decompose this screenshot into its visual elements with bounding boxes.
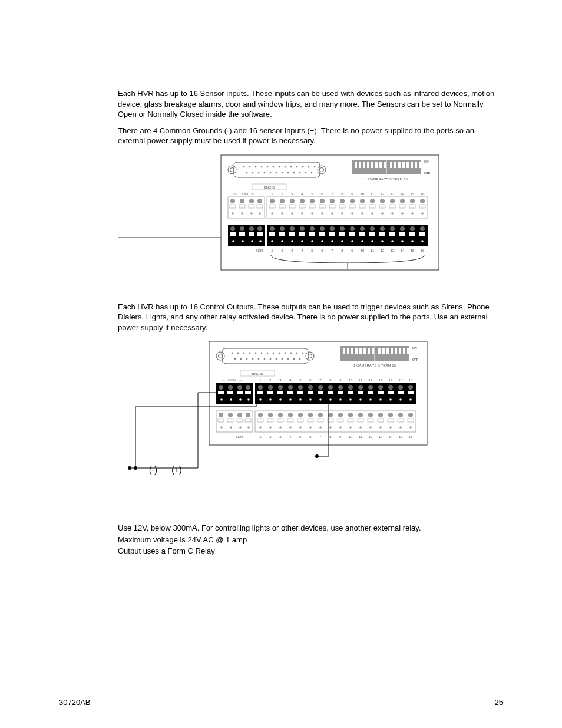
- svg-rect-289: [237, 391, 243, 394]
- svg-point-219: [261, 353, 263, 354]
- svg-point-184: [351, 240, 353, 242]
- svg-point-147: [300, 226, 305, 231]
- svg-point-2: [228, 166, 236, 174]
- svg-point-348: [246, 413, 250, 417]
- svg-rect-167: [339, 232, 345, 236]
- svg-point-403: [399, 427, 402, 429]
- svg-rect-317: [318, 391, 323, 394]
- svg-point-94: [390, 199, 395, 203]
- svg-text:2: 2: [269, 435, 272, 439]
- svg-point-28: [299, 172, 301, 173]
- svg-rect-374: [267, 419, 273, 422]
- svg-point-340: [389, 399, 392, 401]
- svg-point-120: [331, 212, 333, 215]
- svg-point-85: [300, 199, 305, 203]
- db-connector: [228, 162, 326, 177]
- svg-rect-138: [249, 232, 254, 236]
- svg-point-141: [242, 240, 244, 242]
- svg-text:7: 7: [331, 192, 333, 196]
- svg-point-5: [320, 167, 324, 172]
- svg-point-286: [246, 385, 250, 390]
- svg-text:8: 8: [341, 249, 343, 252]
- svg-rect-47: [419, 162, 421, 168]
- svg-rect-109: [379, 205, 385, 208]
- svg-rect-162: [289, 232, 295, 236]
- svg-rect-325: [398, 391, 404, 394]
- svg-rect-165: [319, 232, 325, 236]
- svg-rect-249: [382, 348, 385, 354]
- svg-rect-40: [390, 162, 392, 168]
- svg-rect-252: [395, 348, 397, 354]
- diagram-control-outputs: ON OFF 1 CAMERA 75 Ω TERM 16 BNC B COM 1…: [118, 338, 503, 494]
- svg-point-23: [270, 172, 272, 173]
- svg-rect-38: [379, 162, 382, 168]
- page: Each HVR has up to 16 Sensor inputs. The…: [0, 0, 562, 728]
- paragraph-sensor-inputs: Each HVR has up to 16 Sensor inputs. The…: [118, 88, 503, 120]
- svg-point-155: [380, 226, 385, 231]
- svg-rect-44: [406, 162, 409, 168]
- svg-point-424: [315, 454, 319, 458]
- svg-point-368: [368, 413, 373, 417]
- svg-point-210: [216, 352, 224, 360]
- svg-text:11: 11: [359, 435, 363, 439]
- svg-point-397: [339, 427, 342, 429]
- off-label: OFF: [424, 172, 430, 175]
- svg-text:13: 13: [391, 192, 395, 196]
- svg-point-132: [230, 226, 235, 231]
- svg-point-91: [360, 199, 365, 203]
- svg-point-190: [411, 240, 414, 242]
- svg-rect-373: [257, 419, 263, 422]
- svg-rect-110: [389, 205, 395, 208]
- svg-point-335: [339, 399, 342, 401]
- svg-rect-349: [218, 419, 224, 422]
- svg-text:10: 10: [361, 249, 365, 252]
- svg-point-153: [360, 226, 365, 231]
- terminal-strip-bottom: [228, 225, 428, 246]
- terminal-strip-top: [228, 197, 428, 218]
- svg-rect-160: [269, 232, 275, 236]
- svg-rect-33: [359, 162, 361, 168]
- svg-point-90: [350, 199, 355, 203]
- svg-point-354: [230, 427, 232, 429]
- svg-rect-241: [347, 348, 349, 354]
- svg-text:2: 2: [281, 249, 283, 252]
- paragraph-control-outputs: Each HVR has up to 16 Control Outputs. T…: [118, 302, 503, 333]
- svg-rect-379: [318, 419, 323, 422]
- svg-point-400: [369, 427, 372, 429]
- svg-point-133: [240, 226, 244, 231]
- svg-point-395: [319, 427, 322, 429]
- svg-point-152: [350, 226, 355, 231]
- svg-rect-105: [339, 205, 345, 208]
- svg-point-96: [410, 199, 415, 203]
- svg-point-145: [280, 226, 285, 231]
- svg-point-391: [279, 427, 282, 429]
- svg-point-140: [232, 240, 234, 242]
- svg-rect-113: [419, 205, 425, 208]
- svg-rect-32: [355, 162, 357, 168]
- svg-rect-76: [249, 205, 254, 208]
- svg-point-372: [408, 413, 413, 417]
- svg-rect-175: [419, 232, 425, 236]
- svg-text:15: 15: [399, 378, 403, 382]
- svg-point-329: [279, 399, 282, 401]
- svg-point-127: [401, 212, 404, 215]
- svg-point-366: [348, 413, 353, 417]
- svg-point-285: [237, 385, 242, 390]
- svg-rect-323: [378, 391, 384, 394]
- svg-point-308: [388, 385, 393, 390]
- camera-term-label: 1 CAMERA 75 Ω TERM 16: [365, 177, 408, 181]
- svg-point-353: [220, 427, 223, 429]
- svg-point-26: [287, 172, 289, 173]
- svg-point-24: [276, 172, 277, 173]
- svg-point-29: [305, 172, 307, 173]
- port-numbers-bottom: 12345678910111213141516: [271, 249, 425, 252]
- svg-text:15: 15: [411, 249, 415, 252]
- svg-point-398: [349, 427, 352, 429]
- svg-rect-248: [378, 348, 381, 354]
- svg-text:12: 12: [369, 378, 373, 382]
- svg-point-3: [230, 167, 234, 172]
- svg-rect-324: [388, 391, 394, 394]
- svg-point-8: [255, 166, 257, 167]
- svg-point-302: [328, 385, 333, 390]
- svg-point-151: [340, 226, 345, 231]
